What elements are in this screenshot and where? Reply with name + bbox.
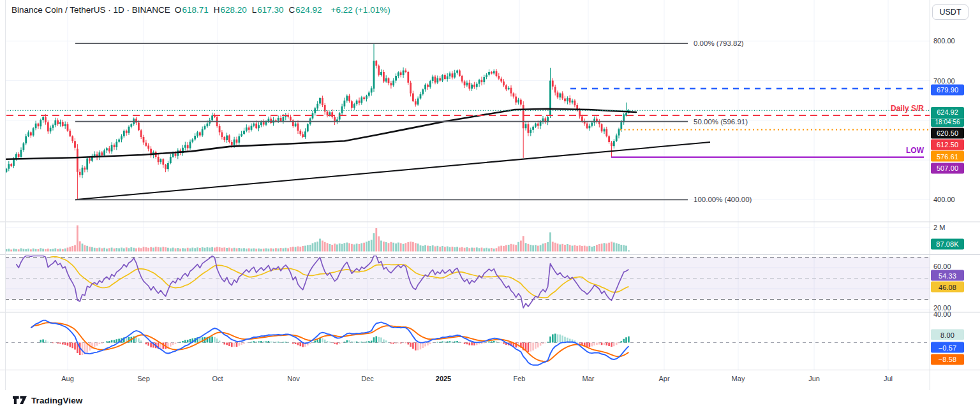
ohlc-key: H [214,5,220,15]
volume-bars-down [10,226,612,252]
ohlc-key: L [252,5,257,15]
ohlc-value: 617.30 [257,5,283,15]
price-badge: 8.00 [931,330,964,340]
fib-level-label: 0.00% (793.82) [694,40,744,47]
price-badge: −8.58 [931,354,964,365]
fib-level-label: 50.00% (596.91) [694,118,748,126]
price-badge: 507.00 [931,163,964,173]
fib-level-label: 100.00% (400.00) [694,196,752,203]
time-axis-label: May [732,375,745,382]
price-axis-label: 700.00 [933,77,955,85]
time-axis-label: Jun [808,375,820,382]
ohlc-value: 628.20 [220,5,246,15]
time-axis-label: Jul [884,375,893,382]
price-badge-last: 624.9218:04:56 [931,107,964,127]
ohlc-value: 624.92 [295,5,322,15]
price-axis-label: 40.00 [933,310,951,318]
price-badge: 612.50 [931,139,964,150]
price-badge: 576.61 [931,151,964,162]
time-axis-label: 2025 [436,375,451,382]
time-axis-label: Apr [658,375,669,382]
price-badge: 54.33 [931,270,964,281]
price-badge: 87.08K [931,238,964,249]
rsi-band [5,257,930,300]
time-axis-label: Sep [137,375,150,382]
level-label-daily-sr: Daily S/R [891,104,924,113]
macd-hist-down-fading [50,343,620,355]
symbol-header: Binance Coin / TetherUS · 1D · BINANCE O… [11,5,390,15]
ohlc-key: C [289,5,295,15]
price-axis-label: 60.00 [933,263,951,270]
time-axis-label: Dec [361,375,374,382]
countdown-timer: 18:04:56 [931,118,964,127]
time-axis-label: Nov [287,375,300,382]
change-value: +6.22 (+1.01%) [331,5,390,15]
time-axis-label: Feb [514,375,526,382]
currency-toggle-button[interactable]: USDT [932,4,969,20]
tradingview-logo-icon [13,396,27,405]
chart-canvas[interactable] [0,0,980,413]
volume-bars-up [6,233,630,252]
price-axis-label: 2 M [933,224,945,231]
time-axis-label: Oct [212,375,223,382]
tradingview-logo-text: TradingView [31,396,82,405]
candle-bodies-down [10,61,612,175]
price-axis-label: 400.00 [933,196,955,203]
level-label-low-line: LOW [906,146,924,155]
price-badge: −0.57 [931,342,964,353]
time-axis-label: Mar [583,375,595,382]
ohlc-key: O [175,5,182,15]
price-badge: 620.50 [931,127,964,138]
tradingview-logo[interactable]: TradingView [13,396,82,405]
ohlc-values: O618.71H628.20L617.30C624.92 [175,5,327,15]
ohlc-value: 618.71 [182,5,208,15]
time-axis-label: Aug [61,375,74,382]
trendline[interactable] [75,142,710,199]
price-axis-label: 800.00 [933,37,955,45]
chart-window: Binance Coin / TetherUS · 1D · BINANCE O… [0,0,980,413]
symbol-title[interactable]: Binance Coin / TetherUS · 1D · BINANCE [11,5,170,15]
price-badge: 679.90 [931,84,964,95]
price-badge: 46.08 [931,282,964,293]
ma-line[interactable] [6,109,636,159]
